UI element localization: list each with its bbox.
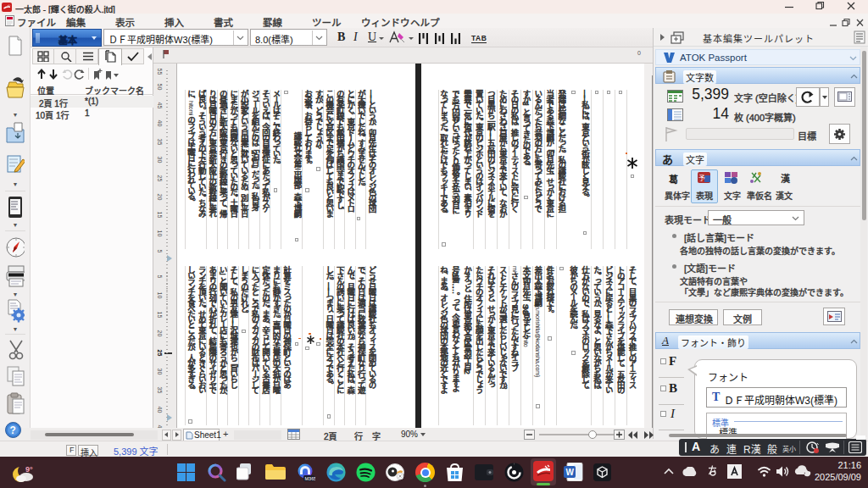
svg-text:W: W [566, 468, 575, 477]
svg-text:?: ? [10, 424, 16, 436]
svg-text:予: 予 [698, 175, 705, 182]
svg-text:9°: 9° [25, 465, 33, 474]
svg-text:M365: M365 [305, 476, 316, 481]
